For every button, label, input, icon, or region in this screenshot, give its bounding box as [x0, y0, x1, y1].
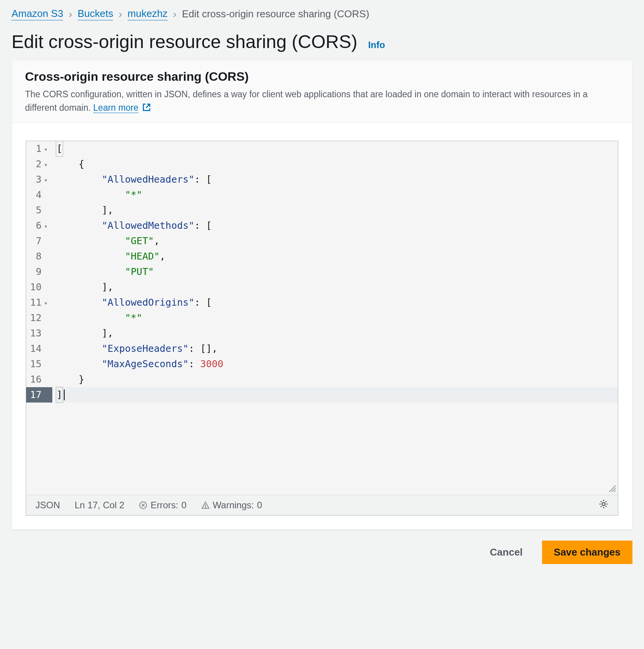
code-line[interactable]: "AllowedOrigins": [: [55, 295, 618, 310]
line-number: 5: [26, 203, 52, 218]
line-number: 16: [26, 372, 52, 387]
status-warnings-label: Warnings:: [213, 500, 254, 511]
footer-actions: Cancel Save changes: [12, 541, 632, 564]
chevron-right-icon: ›: [68, 9, 72, 20]
line-number: 10: [26, 280, 52, 295]
editor-status-bar: JSON Ln 17, Col 2 Errors: 0 Warnings: 0: [26, 495, 618, 515]
page-title: Edit cross-origin resource sharing (CORS…: [12, 31, 357, 52]
info-link[interactable]: Info: [368, 40, 385, 50]
warning-triangle-icon: [201, 501, 210, 509]
line-number: 14: [26, 341, 52, 356]
code-line[interactable]: {: [55, 156, 618, 172]
line-gutter: 1234567891011121314151617: [26, 141, 52, 495]
cancel-button[interactable]: Cancel: [481, 541, 531, 564]
fold-toggle-icon[interactable]: [42, 141, 50, 157]
line-number: 8: [26, 249, 52, 264]
editor-settings-button[interactable]: [599, 499, 609, 511]
code-line[interactable]: ],: [55, 203, 618, 218]
code-line[interactable]: "AllowedHeaders": [: [55, 172, 618, 187]
code-line[interactable]: "*": [55, 187, 618, 203]
gear-icon: [599, 499, 609, 509]
status-language: JSON: [35, 500, 60, 511]
status-warnings-count: 0: [257, 500, 262, 511]
status-warnings: Warnings: 0: [201, 500, 262, 511]
learn-more-link[interactable]: Learn more: [93, 103, 138, 113]
breadcrumb-current: Edit cross-origin resource sharing (CORS…: [182, 8, 369, 20]
panel-header: Cross-origin resource sharing (CORS) The…: [12, 60, 632, 123]
fold-toggle-icon[interactable]: [42, 218, 50, 234]
fold-toggle-icon[interactable]: [42, 156, 50, 173]
line-number: 12: [26, 310, 52, 326]
code-line[interactable]: "*": [55, 310, 618, 326]
breadcrumb: Amazon S3 › Buckets › mukezhz › Edit cro…: [12, 8, 632, 20]
code-line[interactable]: "ExposeHeaders": [],: [55, 341, 618, 356]
status-errors-count: 0: [181, 500, 186, 511]
code-line[interactable]: ],: [55, 326, 618, 341]
save-changes-button[interactable]: Save changes: [542, 541, 632, 564]
line-number: 1: [26, 141, 52, 156]
panel-title: Cross-origin resource sharing (CORS): [25, 70, 619, 84]
code-line[interactable]: [: [55, 141, 618, 156]
code-area[interactable]: 1234567891011121314151617 [ { "AllowedHe…: [26, 141, 618, 495]
resize-handle-icon[interactable]: [609, 485, 616, 494]
status-cursor-position: Ln 17, Col 2: [75, 500, 124, 511]
status-errors-label: Errors:: [150, 500, 178, 511]
line-number: 2: [26, 156, 52, 172]
code-line[interactable]: "GET",: [55, 233, 618, 249]
line-number: 11: [26, 295, 52, 310]
breadcrumb-bucket-name[interactable]: mukezhz: [128, 8, 168, 20]
code-line[interactable]: "PUT": [55, 264, 618, 280]
external-link-icon: [142, 102, 151, 115]
panel-description: The CORS configuration, written in JSON,…: [25, 88, 619, 115]
line-number: 13: [26, 326, 52, 341]
line-number: 9: [26, 264, 52, 280]
code-line[interactable]: "MaxAgeSeconds": 3000: [55, 356, 618, 372]
page-title-row: Edit cross-origin resource sharing (CORS…: [12, 31, 632, 52]
svg-point-2: [602, 503, 605, 506]
line-number: 7: [26, 233, 52, 249]
breadcrumb-buckets[interactable]: Buckets: [78, 8, 113, 20]
chevron-right-icon: ›: [173, 9, 177, 20]
breadcrumb-amazon-s3[interactable]: Amazon S3: [12, 8, 63, 20]
code-line[interactable]: "HEAD",: [55, 249, 618, 264]
line-number: 6: [26, 218, 52, 233]
error-circle-icon: [139, 501, 147, 509]
status-errors: Errors: 0: [139, 500, 186, 511]
panel-body: 1234567891011121314151617 [ { "AllowedHe…: [12, 123, 632, 529]
code-line[interactable]: ]: [55, 387, 618, 403]
chevron-right-icon: ›: [118, 9, 122, 20]
fold-toggle-icon[interactable]: [42, 295, 50, 311]
cors-panel: Cross-origin resource sharing (CORS) The…: [12, 60, 632, 530]
line-number: 4: [26, 187, 52, 203]
text-cursor: [64, 389, 65, 400]
code-line[interactable]: ],: [55, 280, 618, 295]
code-line[interactable]: "AllowedMethods": [: [55, 218, 618, 233]
line-number: 17: [26, 387, 52, 403]
cors-json-editor[interactable]: 1234567891011121314151617 [ { "AllowedHe…: [26, 141, 618, 516]
line-number: 15: [26, 356, 52, 372]
line-number: 3: [26, 172, 52, 187]
code-line[interactable]: }: [55, 372, 618, 387]
fold-toggle-icon[interactable]: [42, 171, 50, 188]
svg-point-1: [205, 507, 206, 508]
code-content[interactable]: [ { "AllowedHeaders": [ "*" ], "AllowedM…: [52, 141, 618, 495]
